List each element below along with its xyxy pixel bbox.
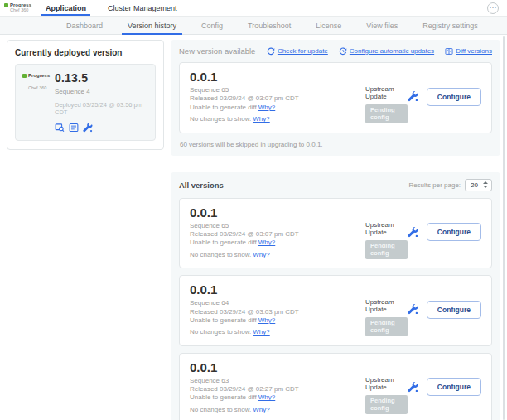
diff-status: Unable to generate diffWhy? — [190, 316, 365, 325]
app-logo: Progress Chef 360 — [4, 2, 32, 12]
why-changes-link[interactable]: Why? — [253, 328, 269, 336]
why-diff-link[interactable]: Why? — [258, 239, 275, 246]
edit-config-wrench-icon[interactable] — [408, 382, 418, 393]
top-tabs: Application Cluster Management — [46, 0, 177, 16]
deployed-version-number: 0.13.5 — [55, 71, 148, 84]
nav-item-view-files[interactable]: View files — [366, 17, 398, 34]
nav-item-registry-settings[interactable]: Registry settings — [422, 17, 478, 34]
version-released: Released 03/29/24 @ 03:07 pm CDT — [190, 94, 365, 103]
version-number: 0.0.1 — [190, 70, 365, 84]
diff-versions-link[interactable]: Diff versions — [445, 47, 492, 56]
page-scrollbar[interactable] — [503, 36, 505, 420]
version-card: 0.0.1 Sequence 64 Released 03/29/24 @ 03… — [179, 275, 492, 346]
version-sequence: Sequence 64 — [190, 299, 365, 307]
status-badge: Pending config — [365, 240, 408, 259]
status-badge: Pending config — [365, 104, 408, 123]
select-spinner-icon — [483, 181, 488, 188]
changes-status: No changes to show.Why? — [190, 251, 365, 259]
edit-config-wrench-icon[interactable] — [408, 304, 418, 315]
results-per-page-label: Results per page: — [408, 181, 461, 189]
view-config-icon[interactable] — [69, 123, 79, 133]
new-version-title: New version available — [179, 46, 255, 56]
configure-button[interactable]: Configure — [427, 378, 481, 396]
deployed-version-card: Progress Chef 360 0.13.5 Sequence 4 Depl… — [15, 64, 156, 141]
nav-item-license[interactable]: License — [316, 17, 341, 34]
why-diff-link[interactable]: Why? — [258, 316, 275, 324]
nav-item-version-history[interactable]: Version history — [128, 17, 176, 34]
changes-status: No changes to show.Why? — [190, 406, 365, 414]
changes-status: No changes to show.Why? — [190, 328, 365, 336]
currently-deployed-panel: Currently deployed version Progress Chef… — [7, 40, 164, 150]
status-badge: Pending config — [365, 317, 408, 336]
why-changes-link[interactable]: Why? — [253, 115, 269, 123]
wrench-icon[interactable] — [83, 123, 93, 133]
logo-product: Chef 360 — [10, 8, 32, 13]
version-type: Upstream Update — [365, 221, 408, 236]
version-sequence: Sequence 65 — [190, 222, 365, 230]
section-nav: Dashboard Version history Config Trouble… — [0, 16, 507, 35]
configure-button[interactable]: Configure — [427, 88, 481, 106]
logo-mark-icon — [22, 74, 27, 78]
version-card: 0.0.1 Sequence 65 Released 03/29/24 @ 03… — [179, 198, 492, 269]
diff-status: Unable to generate diffWhy? — [190, 239, 365, 247]
logo-mark-icon — [4, 3, 8, 7]
version-type: Upstream Update — [365, 376, 408, 391]
version-list: 0.0.1 Sequence 65 Released 03/29/24 @ 03… — [179, 198, 492, 420]
changes-status: No changes to show.Why? — [190, 115, 365, 123]
version-card: 0.0.1 Sequence 63 Released 03/29/24 @ 02… — [179, 353, 492, 420]
deployed-timestamp: Deployed 03/25/24 @ 03:56 pm CDT — [55, 101, 148, 116]
all-versions-title: All versions — [179, 181, 224, 190]
tab-cluster-management[interactable]: Cluster Management — [108, 0, 177, 16]
diff-status: Unable to generate diffWhy? — [190, 393, 365, 402]
diff-columns-icon — [445, 47, 453, 56]
diff-icon[interactable] — [55, 123, 65, 133]
why-changes-link[interactable]: Why? — [253, 251, 269, 258]
why-diff-link[interactable]: Why? — [258, 393, 275, 401]
why-diff-link[interactable]: Why? — [258, 104, 275, 111]
version-sequence: Sequence 63 — [190, 377, 365, 385]
version-released: Released 03/29/24 @ 02:27 pm CDT — [190, 385, 365, 393]
check-for-update-link[interactable]: Check for update — [267, 47, 328, 56]
deployed-sequence: Sequence 4 — [55, 88, 148, 95]
nav-item-troubleshoot[interactable]: Troubleshoot — [248, 17, 291, 34]
edit-config-wrench-icon[interactable] — [408, 91, 418, 102]
tab-application[interactable]: Application — [46, 0, 86, 16]
version-type: Upstream Update — [365, 85, 408, 100]
version-number: 0.0.1 — [190, 205, 365, 220]
nav-item-config[interactable]: Config — [201, 17, 223, 34]
version-number: 0.0.1 — [190, 282, 365, 297]
configure-button[interactable]: Configure — [427, 223, 481, 241]
why-changes-link[interactable]: Why? — [253, 406, 269, 413]
new-version-card: 0.0.1 Sequence 65 Released 03/29/24 @ 03… — [179, 62, 492, 133]
main-content: New version available Check for update — [171, 40, 500, 420]
results-per-page-select[interactable]: 20 — [465, 179, 492, 191]
edit-config-wrench-icon[interactable] — [408, 227, 418, 238]
more-menu-button[interactable]: ⋯ — [487, 2, 499, 14]
version-sequence: Sequence 65 — [190, 86, 365, 94]
ellipsis-icon: ⋯ — [490, 3, 497, 12]
refresh-icon — [267, 47, 275, 56]
nav-item-dashboard[interactable]: Dashboard — [66, 17, 103, 34]
top-bar: Progress Chef 360 Application Cluster Ma… — [0, 0, 507, 16]
version-number: 0.0.1 — [190, 360, 365, 374]
auto-update-icon — [339, 47, 347, 56]
diff-status: Unable to generate diffWhy? — [190, 104, 365, 112]
new-version-panel: New version available Check for update — [171, 40, 500, 156]
all-versions-panel: All versions Results per page: 20 0.0.1 … — [171, 172, 500, 420]
skip-note: 60 versions will be skipped in upgrading… — [179, 141, 492, 148]
version-released: Released 03/29/24 @ 03:03 pm CDT — [190, 308, 365, 316]
currently-deployed-title: Currently deployed version — [15, 48, 156, 57]
version-type: Upstream Update — [365, 298, 408, 313]
version-released: Released 03/29/24 @ 03:07 pm CDT — [190, 230, 365, 239]
status-badge: Pending config — [365, 395, 408, 414]
deployed-app-logo: Progress Chef 360 — [22, 71, 49, 133]
configure-automatic-updates-link[interactable]: Configure automatic updates — [339, 47, 434, 56]
configure-button[interactable]: Configure — [427, 301, 481, 319]
